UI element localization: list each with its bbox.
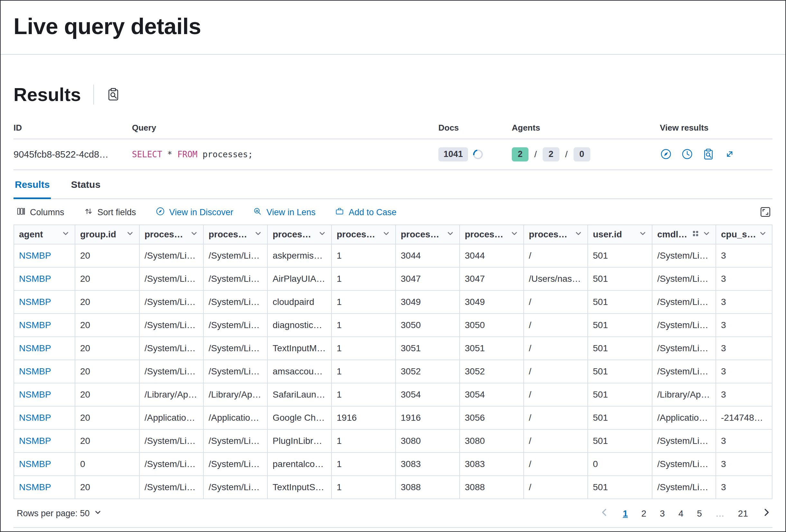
column-header-label: agent <box>19 229 59 240</box>
column-header-process[interactable]: process.… <box>139 225 203 244</box>
grid-cell: 3083 <box>396 453 460 476</box>
grid-cell: /System/Li… <box>652 360 716 383</box>
table-row: NSMBP0/System/Li…/System/Li…parentalco…1… <box>14 453 772 476</box>
column-header-label: process.… <box>529 229 572 240</box>
table-row: NSMBP20/System/Li…/System/Li…askpermiss…… <box>14 244 772 267</box>
grid-cell: / <box>524 244 588 267</box>
pagination-previous-button[interactable] <box>600 508 609 519</box>
table-row: NSMBP20/System/Li…/System/Li…amsaccou…13… <box>14 360 772 383</box>
column-header-process[interactable]: process.… <box>331 225 396 244</box>
agent-link[interactable]: NSMBP <box>19 459 51 469</box>
grid-cell: PlugInLibra… <box>268 429 331 453</box>
columns-button[interactable]: Columns <box>14 206 66 219</box>
grid-cell: TextInputS… <box>268 476 331 499</box>
rows-per-page-button[interactable]: Rows per page: 50 <box>15 508 104 519</box>
table-row: NSMBP20/System/Li…/System/Li…TextInputM…… <box>14 337 772 360</box>
fullscreen-icon <box>759 205 772 219</box>
grid-cell: 20 <box>75 476 139 499</box>
rows-per-page-label: Rows per page: 50 <box>17 509 90 518</box>
column-header-process[interactable]: process.… <box>396 225 460 244</box>
tab-bar: Results Status <box>14 171 772 199</box>
pagination-page-1[interactable]: 1 <box>623 509 628 519</box>
pagination-page-21[interactable]: 21 <box>738 509 748 519</box>
agent-link[interactable]: NSMBP <box>19 413 51 422</box>
pagination-page-3[interactable]: 3 <box>660 509 665 519</box>
grid-cell: /System/Li… <box>652 244 716 267</box>
sort-fields-button[interactable]: Sort fields <box>82 206 138 219</box>
chevron-down-icon <box>318 229 326 240</box>
grid-cell: 20 <box>75 337 139 360</box>
grid-cell: 3 <box>716 383 772 406</box>
grid-cell: /System/Li… <box>203 453 268 476</box>
table-row: NSMBP20/Library/Ap…/Library/Ap…SafariLau… <box>14 383 772 406</box>
grid-cell: /System/Li… <box>652 453 716 476</box>
tab-status[interactable]: Status <box>70 178 102 198</box>
inspect-button[interactable] <box>106 87 120 102</box>
tab-results[interactable]: Results <box>14 178 51 198</box>
grid-cell: /Applicatio… <box>203 406 268 429</box>
agent-link[interactable]: NSMBP <box>19 274 51 284</box>
agent-link[interactable]: NSMBP <box>19 343 51 353</box>
grid-cell: SafariLaun… <box>268 383 331 406</box>
grid-cell: 1 <box>331 337 396 360</box>
column-header-user-id[interactable]: user.id <box>588 225 652 244</box>
pagination-next-button[interactable] <box>762 508 771 519</box>
agent-cell: NSMBP <box>14 244 75 267</box>
column-header-group-id[interactable]: group.id <box>75 225 139 244</box>
agent-cell: NSMBP <box>14 267 75 290</box>
column-header-cpu-sub[interactable]: cpu_sub… <box>716 225 772 244</box>
open-results-button[interactable] <box>723 148 736 161</box>
docs-count-badge: 1041 <box>438 147 468 162</box>
summary-header-docs: Docs <box>438 123 512 133</box>
grid-cell: 3052 <box>396 360 460 383</box>
agents-failed-badge: 0 <box>574 147 590 162</box>
column-header-agent[interactable]: agent <box>14 225 75 244</box>
view-in-discover-button[interactable] <box>660 148 672 161</box>
column-header-process[interactable]: process.… <box>268 225 331 244</box>
chevron-right-icon <box>762 509 771 519</box>
agent-link[interactable]: NSMBP <box>19 250 51 261</box>
grid-cell: 3050 <box>460 314 524 337</box>
view-results-cell <box>660 148 772 161</box>
chevron-down-icon <box>702 229 711 240</box>
grid-cell: 20 <box>75 360 139 383</box>
column-header-process[interactable]: process.… <box>460 225 524 244</box>
main-content: Results ID Query Docs Agents <box>1 84 785 528</box>
grid-cell: /System/Li… <box>139 360 203 383</box>
summary-header-row: ID Query Docs Agents View results <box>14 123 772 139</box>
agents-total-badge: 2 <box>543 147 559 162</box>
grid-cell: / <box>524 360 588 383</box>
agent-link[interactable]: NSMBP <box>19 297 51 307</box>
grid-cell: 501 <box>588 314 652 337</box>
agent-link[interactable]: NSMBP <box>19 389 51 400</box>
agent-link[interactable]: NSMBP <box>19 320 51 330</box>
table-row: NSMBP20/System/Li…/System/Li…diagnostic…… <box>14 314 772 337</box>
agent-link[interactable]: NSMBP <box>19 366 51 376</box>
grid-cell: 3 <box>716 267 772 290</box>
column-header-label: process.… <box>144 229 187 240</box>
grid-cell: 0 <box>75 453 139 476</box>
column-header-process[interactable]: process.… <box>524 225 588 244</box>
view-results-inspect-button[interactable] <box>702 148 715 161</box>
view-in-lens-button[interactable] <box>681 148 693 161</box>
fullscreen-button[interactable] <box>759 205 772 219</box>
pagination-page-5[interactable]: 5 <box>697 509 702 519</box>
pagination-page-4[interactable]: 4 <box>678 509 684 519</box>
add-to-case-link[interactable]: Add to Case <box>333 206 398 219</box>
agent-link[interactable]: NSMBP <box>19 482 51 492</box>
chevron-down-icon <box>94 508 102 519</box>
column-header-label: cpu_sub… <box>721 229 756 240</box>
view-in-discover-link[interactable]: View in Discover <box>154 206 235 219</box>
grid-footer: Rows per page: 50 12345…21 <box>14 499 772 528</box>
agent-link[interactable]: NSMBP <box>19 436 51 446</box>
pagination-page-2[interactable]: 2 <box>642 509 647 519</box>
grid-cell: /System/Li… <box>203 360 268 383</box>
column-header-process[interactable]: process.… <box>203 225 268 244</box>
view-in-lens-link[interactable]: View in Lens <box>251 206 318 219</box>
vertical-divider <box>93 84 94 104</box>
grid-cell: / <box>524 406 588 429</box>
grid-cell: 3 <box>716 429 772 453</box>
column-header-cmdline[interactable]: cmdline <box>652 225 716 244</box>
pagination-pages: 12345…21 <box>623 509 748 519</box>
pagination-ellipsis: … <box>716 509 724 519</box>
